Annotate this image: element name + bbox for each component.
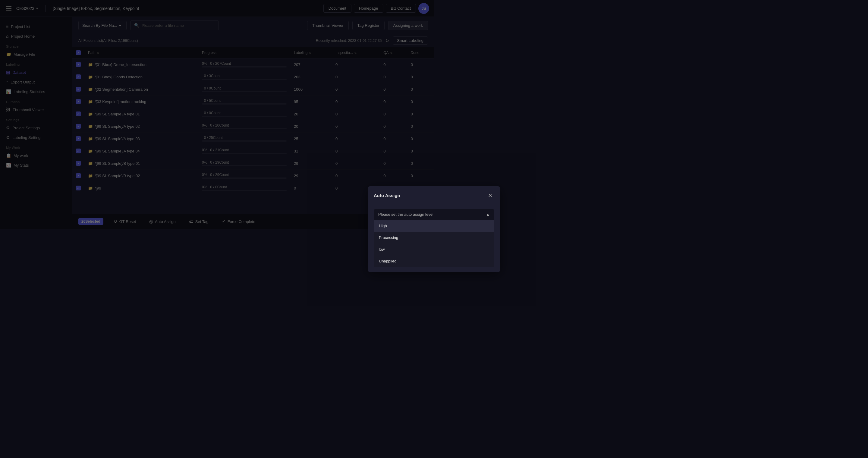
- modal-overlay: Auto Assign ✕ Please set the auto assign…: [0, 0, 434, 229]
- modal-header: Auto Assign ✕: [368, 186, 434, 204]
- auto-assign-modal: Auto Assign ✕ Please set the auto assign…: [368, 186, 434, 229]
- option-high[interactable]: High: [374, 220, 434, 229]
- assign-level-dropdown-trigger[interactable]: Please set the auto assign level ▲: [374, 209, 434, 220]
- assign-level-dropdown-list: High Processing low Unapplied: [374, 220, 434, 229]
- modal-body: Please set the auto assign level ▲ High …: [368, 204, 434, 229]
- assign-level-placeholder: Please set the auto assign level: [378, 212, 433, 217]
- modal-title: Auto Assign: [374, 193, 400, 198]
